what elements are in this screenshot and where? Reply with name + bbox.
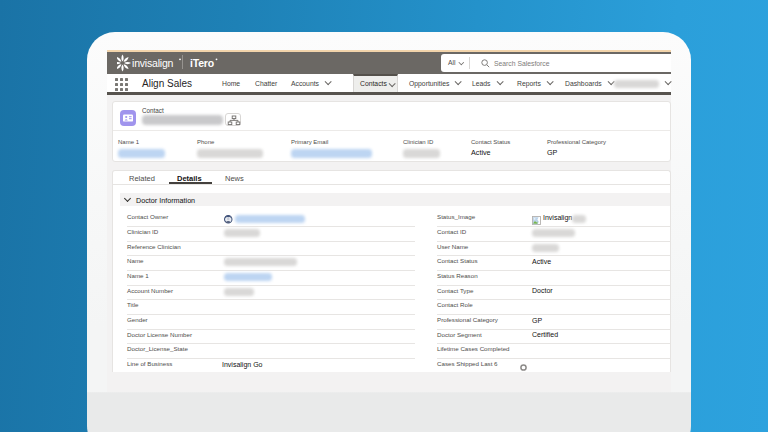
svg-text:invisalign: invisalign: [132, 57, 174, 69]
svg-text:iTero: iTero: [190, 57, 214, 69]
